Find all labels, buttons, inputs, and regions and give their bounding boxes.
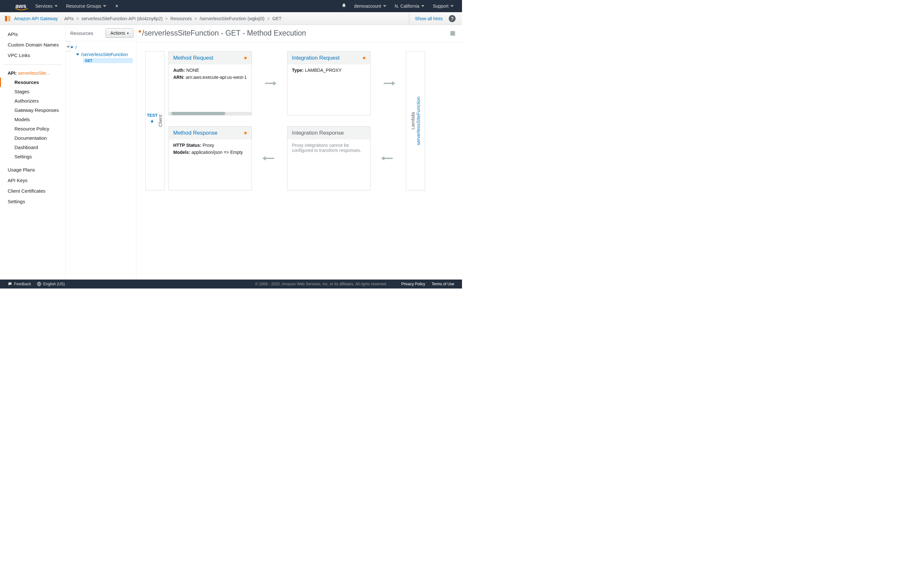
divider [3,64,62,65]
notifications-icon[interactable] [341,3,354,9]
privacy-policy-link[interactable]: Privacy Policy [401,282,425,286]
breadcrumb-resource[interactable]: /serverlessSiteFunction (wgkql3) [200,16,264,21]
arrow-right-icon [384,83,393,84]
nav-dashboard[interactable]: Dashboard [0,143,65,152]
language-selector[interactable]: English (US) [37,282,65,286]
nav-usage-plans[interactable]: Usage Plans [0,164,65,175]
resources-panel: ◀ Resources Actions▾ / /serverlessSiteFu… [66,25,136,279]
caret-down-icon [76,53,79,55]
feedback-link[interactable]: Feedback [8,282,31,286]
breadcrumb-sep: > [76,16,79,21]
test-label: TEST [147,113,158,118]
breadcrumb-sep: > [165,16,168,21]
tree-method-get[interactable]: GET [83,58,133,63]
method-request-title: Method Request [173,55,213,61]
svg-rect-1 [8,16,11,21]
method-request-card[interactable]: Method Request Auth: NONE ARN: arn:aws:e… [168,51,252,115]
nav-api-settings[interactable]: Settings [0,152,65,161]
hint-dot-icon[interactable] [363,56,366,60]
test-button[interactable]: TEST [147,113,158,124]
breadcrumb-api[interactable]: serverlessSiteFunction-API (dci4zny6p2) [81,16,163,21]
caret-down-icon [451,5,454,8]
book-icon[interactable] [449,30,456,37]
integration-request-card[interactable]: Integration Request Type: LAMBDA_PROXY [287,51,371,115]
help-icon[interactable]: ? [449,15,456,22]
page-title: /serverlessSiteFunction - GET - Method E… [142,29,306,37]
top-nav: aws Services Resource Groups demoaccount… [0,0,462,12]
integration-request-title: Integration Request [292,55,339,61]
breadcrumb-sep: > [194,16,197,21]
caret-down-icon [421,5,425,8]
breadcrumb-method: GET [272,16,282,21]
nav-stages[interactable]: Stages [0,87,65,96]
arrow-right-icon [265,83,274,84]
hint-dot-icon[interactable] [244,131,247,135]
type-value: LAMBDA_PROXY [305,68,341,73]
arn-value: arn:aws:execute-api:us-west-1:4927025470… [186,75,247,80]
caret-down-icon [383,5,386,8]
tree-root[interactable]: / [70,44,133,51]
caret-down-icon [103,5,106,8]
nav-resources[interactable]: Resources [0,77,65,87]
show-all-hints-link[interactable]: Show all hints [409,12,449,25]
nav-client-certificates[interactable]: Client Certificates [0,185,65,196]
http-status-value: Proxy [203,143,214,148]
nav-custom-domains[interactable]: Custom Domain Names [0,39,65,50]
aws-logo[interactable]: aws [15,3,26,10]
lambda-box[interactable]: Lambda serverlessSiteFunction [406,51,425,190]
nav-documentation[interactable]: Documentation [0,133,65,143]
models-label: Models: [173,150,190,155]
scrollbar[interactable] [169,112,252,115]
collapse-panel-icon[interactable]: ◀ [65,41,70,51]
resources-title: Resources [70,31,94,36]
breadcrumb-apis[interactable]: APIs [64,16,74,21]
arrow-left-icon [265,158,274,159]
nav-gateway-responses[interactable]: Gateway Responses [0,105,65,115]
method-response-card[interactable]: Method Response HTTP Status: Proxy Model… [168,126,252,190]
pin-icon[interactable] [115,4,119,8]
nav-apis[interactable]: APIs [0,29,65,39]
auth-label: Auth: [173,68,185,73]
nav-vpc-links[interactable]: VPC Links [0,50,65,61]
apigateway-icon [5,15,11,22]
http-status-label: HTTP Status: [173,143,202,148]
left-nav: APIs Custom Domain Names VPC Links API: … [0,25,66,279]
hint-dot-icon[interactable] [244,56,247,60]
services-menu[interactable]: Services [35,3,58,9]
breadcrumb-bar: Amazon API Gateway APIs > serverlessSite… [0,12,462,25]
arrow-left-icon [384,158,393,159]
type-label: Type: [292,68,304,73]
resource-groups-menu[interactable]: Resource Groups [66,3,107,9]
caret-down-icon [70,47,73,48]
lambda-function-link[interactable]: serverlessSiteFunction [415,97,421,145]
auth-value: NONE [186,68,199,73]
actions-button[interactable]: Actions▾ [105,28,134,38]
footer: Feedback English (US) © 2008 - 2020, Ama… [0,279,462,288]
region-menu[interactable]: N. California [395,3,425,9]
method-response-title: Method Response [173,130,218,136]
lightning-icon [150,119,155,124]
nav-api-keys[interactable]: API Keys [0,175,65,185]
nav-models[interactable]: Models [0,115,65,124]
terms-of-use-link[interactable]: Terms of Use [431,282,454,286]
lambda-label: Lambda [410,112,415,129]
nav-resource-policy[interactable]: Resource Policy [0,124,65,133]
content-area: /serverlessSiteFunction - GET - Method E… [136,25,462,279]
breadcrumb-resources[interactable]: Resources [170,16,192,21]
actions-label: Actions [110,31,125,35]
integration-response-title: Integration Response [292,130,344,136]
hint-dot-icon[interactable] [138,30,142,33]
nav-settings[interactable]: Settings [0,196,65,207]
api-label: API: serverlessSite... [0,69,65,77]
integration-response-body: Proxy integrations cannot be configured … [288,139,370,190]
resource-groups-label: Resource Groups [66,3,102,9]
support-menu[interactable]: Support [433,3,454,9]
account-menu[interactable]: demoaccount [354,3,386,9]
service-name[interactable]: Amazon API Gateway [14,16,58,21]
api-name-link[interactable]: serverlessSite... [18,71,50,76]
nav-authorizers[interactable]: Authorizers [0,96,65,105]
models-value: application/json => Empty [192,150,243,155]
tree-resource[interactable]: /serverlessSiteFunction [70,51,133,58]
client-label: Client [158,115,163,127]
integration-response-card: Integration Response Proxy integrations … [287,126,371,190]
